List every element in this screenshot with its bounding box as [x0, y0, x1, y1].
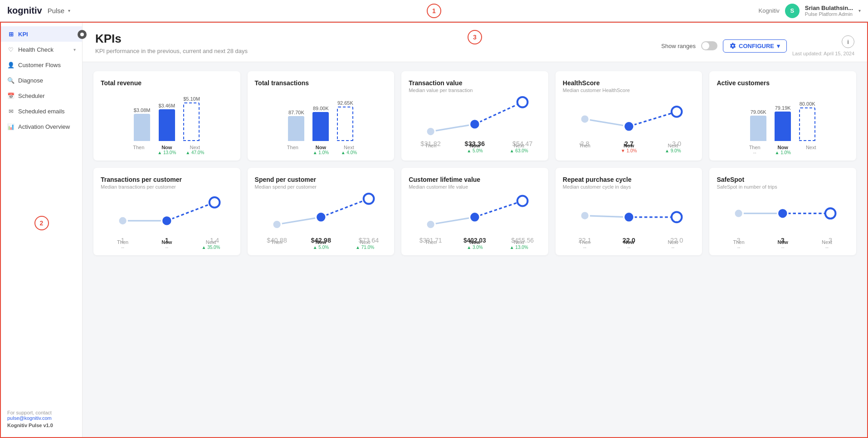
kpi-card-spend-per-customer: Spend per customer Median spend per cust… [248, 168, 395, 255]
sidebar-item-activation-overview[interactable]: 📊 Activation Overview [1, 119, 82, 134]
top-nav: kognitiv Pulse ▾ 1 Kognitiv S Srian Bula… [0, 0, 868, 22]
bar-value: 79.19K [775, 105, 791, 111]
sidebar-version: Kognitiv Pulse v1.0 [7, 423, 76, 428]
footer-email-link[interactable]: pulse@kognitiv.com [7, 415, 52, 421]
last-updated-text: Last updated: April 15, 2024 [792, 51, 854, 56]
svg-line-0 [431, 124, 475, 131]
configure-label: CONFIGURE [739, 43, 774, 49]
sidebar-item-diagnose[interactable]: 🔍 Diagnose [1, 73, 82, 88]
sidebar-item-health-check[interactable]: ♡ Health Check ▾ [1, 42, 82, 57]
svg-point-18 [118, 216, 127, 225]
svg-point-52 [825, 209, 836, 219]
bar-label-now: Now ▲ 1.0% [773, 145, 793, 155]
kpi-controls: Show ranges CONFIGURE ▾ i Last updated: … [661, 32, 854, 56]
svg-line-24 [277, 217, 321, 224]
show-ranges-toggle[interactable] [701, 41, 717, 50]
step-2-area: 2 [1, 216, 82, 230]
card-title: Active customers [717, 79, 849, 87]
line-chart: $31.82 $33.36 $54.47 [409, 100, 541, 141]
bar-group-then: 87.70K [288, 110, 304, 141]
user-menu-chevron-icon[interactable]: ▾ [858, 8, 861, 13]
kpi-grid-area: Total revenue $3.08M $3.46M $5.10M [83, 62, 867, 272]
svg-text:$391.71: $391.71 [419, 238, 442, 244]
card-title: SafeSpot [717, 176, 849, 183]
info-button[interactable]: i [842, 35, 854, 48]
sidebar-item-label: Scheduler [18, 92, 45, 99]
line-chart: $40.88 $42.98 $73.64 [255, 197, 387, 238]
svg-point-26 [272, 220, 281, 229]
bar-labels: Then Now ▲ 1.0% Next ▲ 4.0% [255, 145, 387, 155]
step-3-circle: 3 [468, 30, 482, 44]
kognitiv-label: Kognitiv [759, 7, 780, 14]
line-chart-svg: $40.88 $42.98 $73.64 [255, 188, 387, 247]
kpi-card-total-transactions: Total transactions 87.70K 89.00K 92.65K [248, 71, 395, 161]
step-3-area: 3 [468, 30, 482, 44]
step-1-circle: 1 [427, 4, 441, 18]
svg-text:22.1: 22.1 [578, 237, 591, 244]
svg-text:2.8: 2.8 [580, 141, 589, 148]
svg-line-17 [167, 203, 215, 221]
kpi-row-2: Transactions per customer Median transac… [93, 168, 856, 255]
kpi-card-safespot: SafeSpot SafeSpot in number of trips 3 3… [709, 168, 856, 255]
svg-text:3: 3 [737, 237, 741, 244]
step-2-circle: 2 [34, 216, 49, 230]
kpi-header: KPIs KPI performance in the previous, cu… [83, 23, 867, 62]
line-chart-svg: 22.1 22.0 22.0 [563, 188, 695, 247]
bar-label-then: Then -- [745, 145, 765, 155]
bar-label-pct: ▲ 13.0% [157, 150, 177, 155]
bar-now [775, 112, 791, 141]
sidebar-item-scheduler[interactable]: 📅 Scheduler [1, 88, 82, 103]
bar-value: 87.70K [288, 110, 304, 115]
kpi-card-total-revenue: Total revenue $3.08M $3.46M $5.10M [93, 71, 240, 161]
bar-label-text: Now [157, 145, 177, 150]
bar-group-then: 79.06K [750, 109, 766, 141]
svg-line-1 [475, 102, 522, 125]
sidebar-pin-dot [80, 33, 84, 36]
kpi-card-active-customers: Active customers 79.06K 79.19K 80.00K [709, 71, 856, 161]
product-chevron-icon[interactable]: ▾ [68, 8, 70, 13]
sidebar-item-label: Customer Flows [18, 62, 61, 68]
sidebar-item-customer-flows[interactable]: 👤 Customer Flows [1, 57, 82, 73]
sidebar-item-label: Health Check [18, 46, 54, 53]
bar-now [159, 109, 175, 141]
bar-group-now: 79.19K [775, 105, 791, 141]
configure-button[interactable]: CONFIGURE ▾ [723, 39, 787, 53]
user-info: Srian Bulathsin... Pulse Platform Admin [805, 5, 853, 17]
svg-text:$73.64: $73.64 [358, 237, 379, 244]
grid-icon: ⊞ [7, 30, 15, 38]
svg-text:1: 1 [121, 237, 125, 244]
sidebar-footer: For support, contact pulse@kognitiv.com … [1, 404, 82, 433]
sidebar-item-scheduled-emails[interactable]: ✉ Scheduled emails [1, 103, 82, 119]
line-chart: 3 3 3 [717, 197, 849, 238]
svg-text:22.0: 22.0 [622, 237, 635, 244]
sidebar-item-kpi[interactable]: ⊞ KPI [1, 26, 82, 42]
svg-line-32 [431, 217, 475, 224]
bar-value: 80.00K [800, 101, 815, 107]
line-chart-svg: $391.71 $402.03 $455.56 [409, 188, 541, 247]
svg-point-35 [470, 212, 480, 223]
card-title: Repeat purchase cycle [563, 176, 695, 183]
bar-chart: $3.08M $3.46M $5.10M [101, 100, 233, 141]
svg-line-40 [585, 216, 629, 217]
svg-text:1.4: 1.4 [210, 237, 219, 244]
kpi-card-healthscore: HealthScore Median customer HealthScore … [556, 71, 702, 161]
card-subtitle [717, 88, 849, 93]
line-chart-svg: $31.82 $33.36 $54.47 [409, 91, 541, 150]
line-chart: $391.71 $402.03 $455.56 [409, 197, 541, 238]
svg-point-43 [624, 212, 634, 223]
line-chart: 1 1 1.4 [101, 197, 233, 238]
svg-point-4 [517, 97, 528, 107]
activity-icon: ♡ [7, 46, 15, 53]
mail-icon: ✉ [7, 107, 15, 115]
svg-text:$54.47: $54.47 [512, 141, 533, 148]
svg-text:3: 3 [829, 237, 832, 244]
card-subtitle [101, 88, 233, 93]
sidebar-pin [78, 30, 87, 39]
gear-icon [730, 43, 736, 49]
bar-label-text: Now [311, 145, 331, 150]
users-icon: 👤 [7, 61, 15, 68]
svg-text:$42.98: $42.98 [311, 237, 331, 244]
bar-label-next: Next ▲ 47.0% [185, 145, 205, 155]
product-name: Pulse [48, 7, 65, 15]
bar-group-next: 92.65K [337, 100, 353, 141]
